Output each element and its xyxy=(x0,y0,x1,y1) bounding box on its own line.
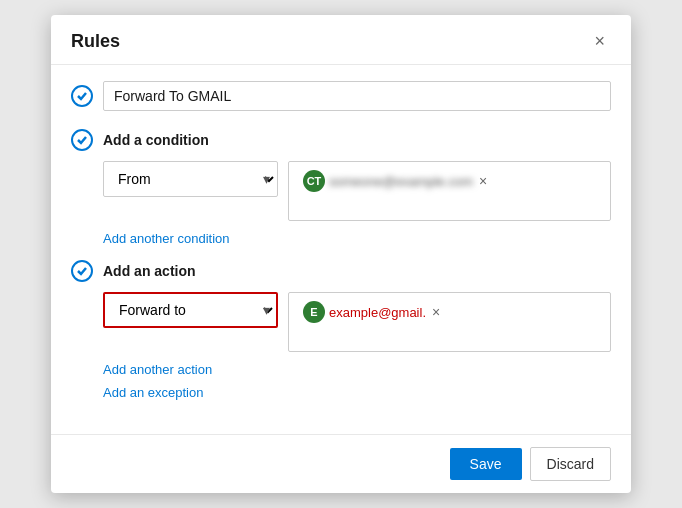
condition-checkmark-icon xyxy=(76,134,88,146)
action-tag-remove[interactable]: × xyxy=(430,305,442,319)
action-checkmark-icon xyxy=(76,265,88,277)
condition-tag-input[interactable]: CT someone@example.com × xyxy=(288,161,611,221)
exception-link-wrapper: Add an exception xyxy=(103,383,611,400)
condition-row: From To Subject Has attachment CT someon… xyxy=(103,161,611,221)
condition-section-content: From To Subject Has attachment CT someon… xyxy=(71,161,611,246)
dialog-header: Rules × xyxy=(51,15,631,65)
condition-section-header: Add a condition xyxy=(71,129,611,151)
close-button[interactable]: × xyxy=(588,29,611,54)
action-section-header: Add an action xyxy=(71,260,611,282)
condition-check xyxy=(71,129,93,151)
action-tag-text: example@gmail. xyxy=(329,305,426,320)
condition-tag-avatar: CT xyxy=(303,170,325,192)
add-exception-button[interactable]: Add an exception xyxy=(103,385,203,400)
action-tag: E example@gmail. × xyxy=(297,299,448,325)
action-dropdown[interactable]: Forward to Move to Copy to Delete Mark a… xyxy=(103,292,278,328)
add-condition-button[interactable]: Add another condition xyxy=(103,231,229,246)
action-section: Add an action Forward to Move to Copy to… xyxy=(71,260,611,400)
dialog-title: Rules xyxy=(71,31,120,52)
action-tag-input[interactable]: E example@gmail. × xyxy=(288,292,611,352)
action-row: Forward to Move to Copy to Delete Mark a… xyxy=(103,292,611,352)
condition-dropdown-wrapper: From To Subject Has attachment xyxy=(103,161,278,197)
action-tag-avatar: E xyxy=(303,301,325,323)
condition-tag: CT someone@example.com × xyxy=(297,168,495,194)
dialog-body: Add a condition From To Subject Has atta… xyxy=(51,65,631,434)
condition-tag-text: someone@example.com xyxy=(329,174,473,189)
action-dropdown-wrapper: Forward to Move to Copy to Delete Mark a… xyxy=(103,292,278,328)
checkmark-icon xyxy=(76,90,88,102)
discard-button[interactable]: Discard xyxy=(530,447,611,481)
rule-name-check xyxy=(71,85,93,107)
condition-dropdown[interactable]: From To Subject Has attachment xyxy=(103,161,278,197)
action-section-content: Forward to Move to Copy to Delete Mark a… xyxy=(71,292,611,400)
action-links: Add another action xyxy=(103,360,611,377)
condition-section: Add a condition From To Subject Has atta… xyxy=(71,129,611,246)
rules-dialog: Rules × Add a condition xyxy=(51,15,631,493)
action-check xyxy=(71,260,93,282)
dialog-footer: Save Discard xyxy=(51,434,631,493)
add-action-button[interactable]: Add another action xyxy=(103,362,212,377)
action-section-title: Add an action xyxy=(103,263,196,279)
condition-tag-remove[interactable]: × xyxy=(477,174,489,188)
rule-name-input[interactable] xyxy=(103,81,611,111)
save-button[interactable]: Save xyxy=(450,448,522,480)
condition-section-title: Add a condition xyxy=(103,132,209,148)
rule-name-row xyxy=(71,81,611,111)
